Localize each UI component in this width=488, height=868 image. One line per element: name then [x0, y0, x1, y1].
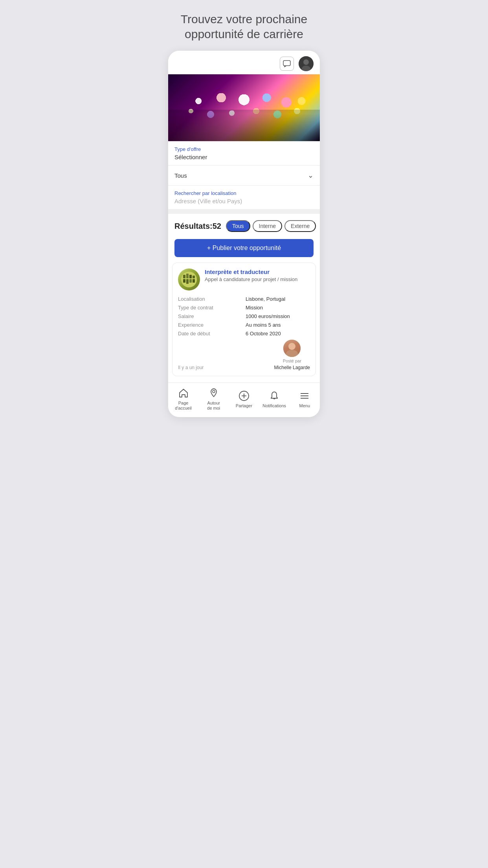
svg-point-13 [213, 390, 215, 393]
phone-card: Type d'offre Sélectionner Tous ⌄ Recherc… [168, 51, 320, 417]
nav-share[interactable]: Partager [232, 390, 256, 408]
nav-home-label: Paged'accueil [175, 401, 191, 411]
avatar[interactable] [299, 56, 314, 71]
category-field[interactable]: Tous ⌄ [168, 166, 320, 186]
page-title: Trouvez votre prochaine opportunité de c… [163, 12, 325, 51]
top-bar [168, 51, 320, 74]
bell-icon [269, 390, 280, 401]
job-title-wrap: Interprète et traducteur Appel à candida… [205, 268, 310, 282]
category-value: Tous [174, 172, 187, 179]
results-bar: Résultats:52 Tous Interne Externe [168, 211, 320, 235]
experience-value: Au moins 5 ans [246, 322, 310, 328]
experience-label: Experience [178, 322, 242, 328]
nav-around[interactable]: Autourde moi [202, 388, 226, 411]
poster-avatar [283, 340, 301, 357]
job-card: Interprète et traducteur Appel à candida… [172, 263, 316, 376]
nav-around-label: Autourde moi [207, 401, 220, 411]
nav-menu[interactable]: Menu [293, 390, 316, 408]
nav-home[interactable]: Paged'accueil [172, 388, 195, 411]
bottom-nav: Paged'accueil Autourde moi [168, 383, 320, 417]
svg-rect-0 [283, 61, 290, 66]
nav-notifications[interactable]: Notifications [262, 390, 286, 408]
nav-notifications-label: Notifications [262, 403, 286, 408]
svg-rect-12 [193, 279, 195, 283]
svg-rect-5 [183, 275, 185, 278]
salaire-value: 1000 euros/mission [246, 313, 310, 319]
menu-icon [299, 390, 310, 401]
localisation-value: Lisbone, Portugal [246, 296, 310, 302]
offer-type-label: Type d'offre [174, 146, 314, 152]
home-icon [178, 388, 189, 399]
svg-rect-8 [186, 279, 189, 284]
svg-rect-10 [189, 279, 192, 283]
job-time: Il y a un jour [178, 365, 204, 370]
location-label: Rechercher par localisation [174, 190, 314, 196]
job-logo [178, 268, 200, 291]
tab-interne[interactable]: Interne [253, 220, 283, 232]
job-poster: Posté par Michelle Lagarde [274, 340, 310, 370]
offer-type-value: Sélectionner [174, 154, 314, 160]
svg-rect-9 [189, 275, 192, 278]
svg-rect-7 [186, 274, 189, 278]
location-input: Adresse (Ville et/ou Pays) [174, 198, 314, 204]
date-value: 6 Octobre 2020 [246, 331, 310, 337]
localisation-label: Localisation [178, 296, 242, 302]
poster-name: Michelle Lagarde [274, 365, 310, 370]
job-footer: Il y a un jour Posté par Michelle Lagard… [178, 340, 310, 370]
offer-type-field[interactable]: Type d'offre Sélectionner [168, 142, 320, 166]
job-subtitle: Appel à candidature pour projet / missio… [205, 276, 310, 282]
svg-rect-6 [183, 279, 185, 283]
job-header: Interprète et traducteur Appel à candida… [178, 268, 310, 291]
hero-image [168, 74, 320, 141]
job-title[interactable]: Interprète et traducteur [205, 268, 310, 275]
tab-tous[interactable]: Tous [226, 220, 250, 232]
posted-by-label: Posté par [283, 359, 301, 363]
form-section: Type d'offre Sélectionner Tous ⌄ Recherc… [168, 141, 320, 209]
svg-point-2 [303, 59, 309, 65]
date-label: Date de début [178, 331, 242, 337]
contrat-value: Mission [246, 305, 310, 311]
plus-circle-icon [238, 390, 250, 401]
publish-button[interactable]: + Publier votre opportunité [174, 239, 314, 257]
filter-tabs: Tous Interne Externe [226, 220, 316, 232]
nav-share-label: Partager [236, 403, 252, 408]
svg-rect-11 [193, 276, 195, 278]
job-details: Localisation Lisbone, Portugal Type de c… [178, 296, 310, 337]
location-field[interactable]: Rechercher par localisation Adresse (Vil… [168, 186, 320, 209]
tab-externe[interactable]: Externe [284, 220, 316, 232]
results-count: Résultats:52 [174, 222, 221, 231]
chat-icon-button[interactable] [280, 57, 294, 71]
chevron-down-icon: ⌄ [308, 171, 314, 180]
location-icon [208, 388, 219, 399]
contrat-label: Type de contrat [178, 305, 242, 311]
nav-menu-label: Menu [299, 403, 310, 408]
salaire-label: Salaire [178, 313, 242, 319]
